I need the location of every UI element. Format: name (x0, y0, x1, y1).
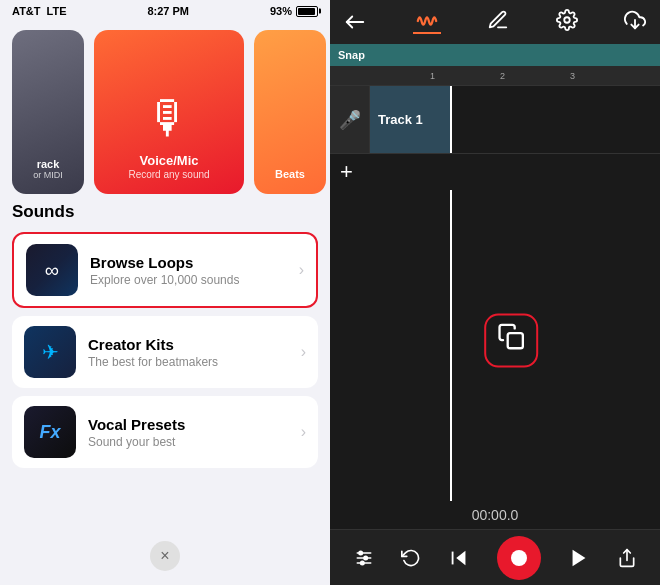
svg-rect-2 (508, 333, 523, 348)
vocal-presets-title: Vocal Presets (88, 416, 301, 433)
status-right: 93% (270, 5, 318, 17)
card-track-subtitle: or MIDI (33, 170, 63, 180)
sound-item-creator-kits[interactable]: ✈ Creator Kits The best for beatmakers › (12, 316, 318, 388)
browse-loops-thumb: ∞ (26, 244, 78, 296)
creator-kits-title: Creator Kits (88, 336, 301, 353)
browse-loops-title: Browse Loops (90, 254, 299, 271)
left-panel: AT&T LTE 8:27 PM 93% rack or MIDI 🎙 Voic… (0, 0, 330, 585)
battery-icon (296, 6, 318, 17)
track-area: 🎤 Track 1 (330, 86, 660, 154)
sound-item-vocal-presets[interactable]: Fx Vocal Presets Sound your best › (12, 396, 318, 468)
instrument-card-track[interactable]: rack or MIDI (12, 30, 84, 194)
vocal-presets-chevron: › (301, 423, 306, 441)
status-bar: AT&T LTE 8:27 PM 93% (0, 0, 330, 22)
sounds-heading: Sounds (12, 202, 318, 222)
browse-loops-info: Browse Loops Explore over 10,000 sounds (90, 254, 299, 287)
voice-mic-title: Voice/Mic (139, 153, 198, 169)
close-icon: × (160, 547, 169, 565)
waveform-icon[interactable] (413, 10, 441, 34)
svg-marker-9 (456, 550, 465, 565)
svg-point-8 (360, 561, 363, 564)
ruler-mark-3: 3 (570, 71, 575, 81)
track-name: Track 1 (378, 112, 423, 127)
timestamp: 00:00.0 (472, 507, 519, 523)
add-track-row: + (330, 154, 660, 190)
voice-mic-subtitle: Record any sound (128, 169, 209, 180)
playhead-line (450, 190, 452, 501)
track-mic-icon[interactable]: 🎤 (339, 109, 361, 131)
undo-button[interactable] (401, 548, 421, 568)
vocal-presets-info: Vocal Presets Sound your best (88, 416, 301, 449)
creator-kits-chevron: › (301, 343, 306, 361)
track-header: Track 1 (370, 86, 450, 153)
right-panel: Snap 1 2 3 🎤 Track 1 + (330, 0, 660, 585)
microphone-icon: 🎙 (146, 91, 192, 145)
cloud-icon[interactable] (624, 9, 646, 36)
instrument-card-voice-mic[interactable]: 🎙 Voice/Mic Record any sound (94, 30, 244, 194)
record-button[interactable] (497, 536, 541, 580)
instrument-row: rack or MIDI 🎙 Voice/Mic Record any soun… (0, 22, 330, 202)
ruler-mark-2: 2 (500, 71, 505, 81)
pencil-icon[interactable] (487, 9, 509, 36)
sound-item-browse-loops[interactable]: ∞ Browse Loops Explore over 10,000 sound… (12, 232, 318, 308)
creator-kits-thumb: ✈ (24, 326, 76, 378)
track-playhead (450, 86, 452, 153)
vocal-presets-thumb: Fx (24, 406, 76, 458)
gear-icon[interactable] (556, 9, 578, 36)
browse-loops-chevron: › (299, 261, 304, 279)
track-controls: 🎤 (330, 86, 370, 153)
infinity-icon: ∞ (45, 259, 59, 282)
paste-icon (497, 323, 525, 358)
vocal-presets-desc: Sound your best (88, 435, 301, 449)
svg-point-0 (564, 17, 570, 23)
sounds-section: Sounds ∞ Browse Loops Explore over 10,00… (0, 202, 330, 531)
carrier: AT&T (12, 5, 41, 17)
arrow-icon: ✈ (42, 340, 59, 364)
browse-loops-desc: Explore over 10,000 sounds (90, 273, 299, 287)
record-dot (511, 550, 527, 566)
creator-kits-desc: The best for beatmakers (88, 355, 301, 369)
snap-bar: Snap (330, 44, 660, 66)
status-left: AT&T LTE (12, 5, 66, 17)
rewind-button[interactable] (448, 547, 470, 569)
time: 8:27 PM (147, 5, 189, 17)
share-button[interactable] (617, 548, 637, 568)
mixer-button[interactable] (354, 548, 374, 568)
paste-button[interactable] (484, 313, 538, 367)
close-button[interactable]: × (150, 541, 180, 571)
transport-bar (330, 529, 660, 585)
right-topbar (330, 0, 660, 44)
instrument-card-beats[interactable]: Beats (254, 30, 326, 194)
track-timeline (450, 86, 660, 153)
play-button[interactable] (568, 547, 590, 569)
ruler-mark-1: 1 (430, 71, 435, 81)
network: LTE (47, 5, 67, 17)
card-beats-title: Beats (275, 168, 305, 180)
svg-point-7 (364, 556, 367, 559)
timeline-ruler: 1 2 3 (330, 66, 660, 86)
fx-icon: Fx (39, 422, 60, 443)
export-icon[interactable] (344, 11, 366, 33)
timestamp-bar: 00:00.0 (330, 501, 660, 529)
creator-kits-info: Creator Kits The best for beatmakers (88, 336, 301, 369)
close-btn-container: × (0, 531, 330, 585)
add-track-button[interactable]: + (340, 159, 353, 185)
main-content-area (330, 190, 660, 501)
snap-label: Snap (338, 49, 365, 61)
svg-marker-11 (572, 549, 585, 566)
battery-pct: 93% (270, 5, 292, 17)
svg-point-6 (359, 551, 362, 554)
card-track-title: rack (37, 158, 60, 170)
